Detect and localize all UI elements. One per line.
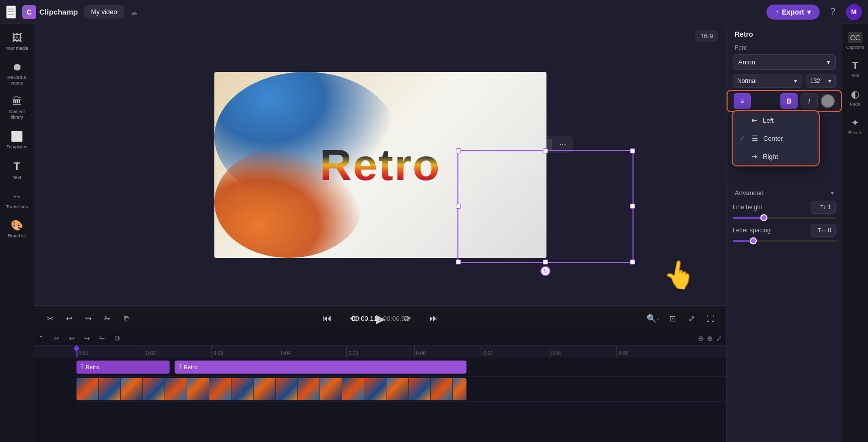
sidebar-label-text: Text — [13, 175, 21, 181]
menu-button[interactable]: ☰ — [6, 6, 16, 19]
effects-label: Effects — [848, 130, 862, 135]
play-button[interactable]: ▶ — [370, 309, 390, 329]
font-style-button[interactable]: Normal ▾ — [733, 74, 802, 88]
handle-right-middle[interactable] — [630, 204, 635, 209]
rotate-handle[interactable]: ↻ — [540, 266, 550, 276]
zoom-in-button[interactable]: ⤢ — [684, 311, 699, 326]
record-create-icon: ⏺ — [12, 61, 22, 73]
letter-spacing-input[interactable]: T↔ 0 — [811, 224, 836, 237]
handle-bottom-left[interactable] — [456, 259, 461, 264]
export-button[interactable]: ↑ Export ▾ — [766, 5, 820, 20]
text-clip-retro-1[interactable]: T Retro — [76, 361, 170, 374]
font-chevron-icon: ▾ — [827, 58, 830, 66]
help-button[interactable]: ? — [825, 4, 841, 20]
letter-spacing-slider-thumb[interactable] — [750, 237, 757, 244]
video-filmstrip[interactable] — [76, 378, 466, 400]
skip-back-button[interactable]: ⏮ — [318, 310, 336, 328]
sidebar-item-text[interactable]: T Text — [2, 156, 32, 185]
zoom-fit-button[interactable]: ⊡ — [665, 311, 680, 326]
right-panel-title: Retro — [727, 24, 842, 42]
ruler-mark-4: 0:05 — [346, 345, 414, 358]
sidebar-label-transitions: Transitions — [6, 204, 28, 210]
line-height-label: Line height — [733, 204, 807, 211]
sidebar-item-brand-kit[interactable]: 🎨 Brand kit — [2, 215, 32, 243]
film-frame-9 — [254, 378, 276, 400]
italic-button[interactable]: I — [801, 93, 818, 109]
letter-spacing-label: Letter spacing — [733, 227, 807, 234]
timeline-zoom-in-button[interactable]: ⊕ — [707, 334, 713, 342]
timeline-zoom-out-button[interactable]: ⊖ — [698, 334, 704, 342]
track-label-area — [34, 358, 74, 376]
bold-button[interactable]: B — [780, 93, 798, 109]
cut-tool-button[interactable]: ✂ — [42, 311, 57, 326]
align-button[interactable]: ≡ — [734, 93, 751, 109]
advanced-section[interactable]: Advanced ▾ — [727, 185, 842, 199]
content-library-icon: 🏛 — [12, 96, 22, 107]
scissors-button[interactable]: ✁ — [100, 311, 115, 326]
fade-button[interactable]: ◐ Fade — [843, 84, 867, 111]
canvas-preview[interactable]: Retro — [214, 72, 546, 258]
effects-button[interactable]: ✦ Effects — [843, 113, 867, 139]
text-clip-retro-2[interactable]: T Retro — [175, 361, 466, 374]
text-panel-button[interactable]: T Text — [843, 56, 867, 82]
film-frame-6 — [187, 378, 209, 400]
font-label: Font — [727, 42, 842, 52]
align-right-option[interactable]: ⇥ Right — [733, 147, 819, 165]
film-frame-5 — [165, 378, 187, 400]
ruler-marks: 0:01 0:02 0:03 0:04 0:05 0:06 0:07 0:08 … — [76, 345, 684, 358]
letter-spacing-slider[interactable] — [733, 240, 836, 242]
video-title-button[interactable]: My video — [84, 5, 124, 19]
handle-top-right[interactable] — [630, 148, 635, 153]
font-name: Anton — [738, 58, 755, 66]
captions-button[interactable]: CC Captions — [843, 28, 867, 54]
timeline-toggle-button[interactable]: ⌃ — [38, 334, 44, 342]
handle-bottom-middle[interactable] — [543, 259, 548, 264]
duplicate-button[interactable]: ⧉ — [119, 311, 134, 326]
ruler-mark-0: 0:01 — [76, 345, 144, 358]
fullscreen-button[interactable]: ⛶ — [703, 311, 718, 326]
sidebar-item-templates[interactable]: ⬜ Templates — [2, 126, 32, 154]
undo-button[interactable]: ↩ — [61, 311, 76, 326]
timeline-delete-button[interactable]: ✁ — [96, 332, 109, 345]
style-chevron-icon: ▾ — [794, 77, 797, 84]
sidebar-label-record-create: Record & create — [4, 75, 30, 86]
sidebar-label-your-media: Your media — [6, 46, 28, 51]
redo-button[interactable]: ↪ — [81, 311, 96, 326]
line-height-input[interactable]: T↕ 1 — [811, 201, 836, 214]
left-sidebar: 🖼 Your media ⏺ Record & create 🏛 Content… — [0, 24, 34, 442]
align-left-option[interactable]: ⇤ Left — [733, 111, 819, 129]
fade-icon: ◐ — [851, 88, 859, 100]
timeline-redo-button[interactable]: ↪ — [81, 332, 94, 345]
more-options-button[interactable]: ··· — [556, 138, 569, 150]
rewind-button[interactable]: ⟲ — [344, 310, 362, 328]
canvas-area[interactable]: 16:9 ✏ Anton 132 ▾ ··· — [34, 24, 726, 305]
timeline-cut-button[interactable]: ✂ — [50, 332, 63, 345]
skip-forward-button[interactable]: ⏭ — [425, 310, 443, 328]
sidebar-item-record-create[interactable]: ⏺ Record & create — [2, 57, 32, 90]
line-height-slider-thumb[interactable] — [760, 214, 767, 221]
film-frame-10 — [276, 378, 298, 400]
text-track: T Retro T Retro — [76, 358, 726, 377]
top-bar: ☰ C Clipchamp My video ☁ ↑ Export ▾ ? M — [0, 0, 868, 24]
clip-retro-2-label: Retro — [184, 364, 197, 370]
zoom-out-button[interactable]: 🔍- — [646, 311, 661, 326]
timeline-tools: ✂ ↩ ↪ ✁ ⧉ — [50, 332, 124, 345]
timeline-expand-button[interactable]: ⤢ — [716, 334, 722, 342]
sidebar-item-transitions[interactable]: ↔ Transitions — [2, 187, 32, 214]
font-size-input[interactable]: 132 ▾ — [806, 74, 836, 88]
film-frame-18 — [453, 378, 466, 400]
sidebar-item-your-media[interactable]: 🖼 Your media — [2, 28, 32, 55]
timeline-undo-button[interactable]: ↩ — [65, 332, 78, 345]
templates-icon: ⬜ — [11, 130, 23, 142]
video-track-label-area — [34, 377, 74, 401]
film-frame-7 — [209, 378, 231, 400]
align-center-option[interactable]: ✓ ☰ Center — [733, 129, 819, 147]
line-height-slider[interactable] — [733, 217, 836, 219]
fast-forward-button[interactable]: ⟳ — [399, 310, 417, 328]
handle-bottom-right[interactable] — [630, 259, 635, 264]
avatar[interactable]: M — [846, 4, 862, 20]
color-picker-button[interactable] — [821, 94, 835, 108]
font-select-button[interactable]: Anton ▾ — [733, 54, 836, 70]
sidebar-item-content-library[interactable]: 🏛 Content library — [2, 92, 32, 124]
timeline-copy-button[interactable]: ⧉ — [111, 332, 124, 345]
